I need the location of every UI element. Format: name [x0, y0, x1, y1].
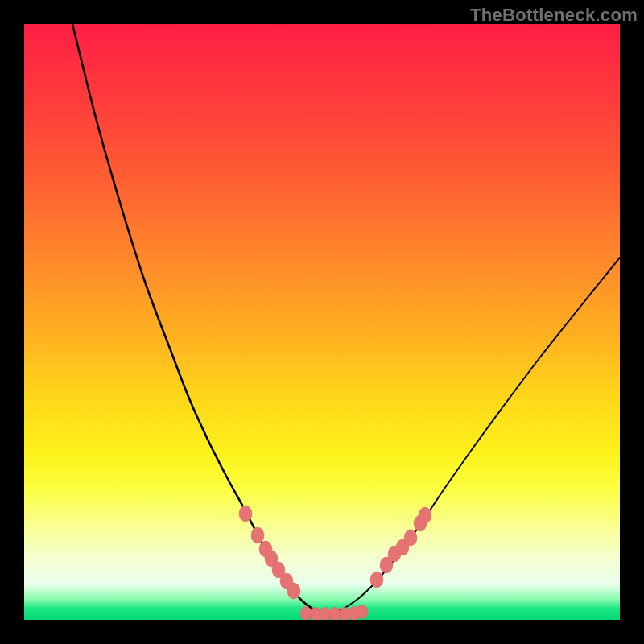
data-dot: [251, 527, 264, 543]
scatter-left: [239, 506, 300, 599]
right-curve: [322, 258, 620, 613]
plot-area: [24, 24, 620, 620]
left-curve: [72, 24, 322, 613]
chart-svg: [24, 24, 620, 620]
data-dot: [419, 507, 431, 523]
data-dot: [370, 572, 383, 588]
watermark-text: TheBottleneck.com: [470, 5, 638, 26]
data-dot: [287, 583, 300, 599]
scatter-right: [370, 507, 431, 588]
data-dot: [239, 506, 252, 522]
data-dot: [357, 605, 368, 619]
chart-stage: TheBottleneck.com: [0, 0, 644, 644]
data-dot: [404, 530, 417, 546]
